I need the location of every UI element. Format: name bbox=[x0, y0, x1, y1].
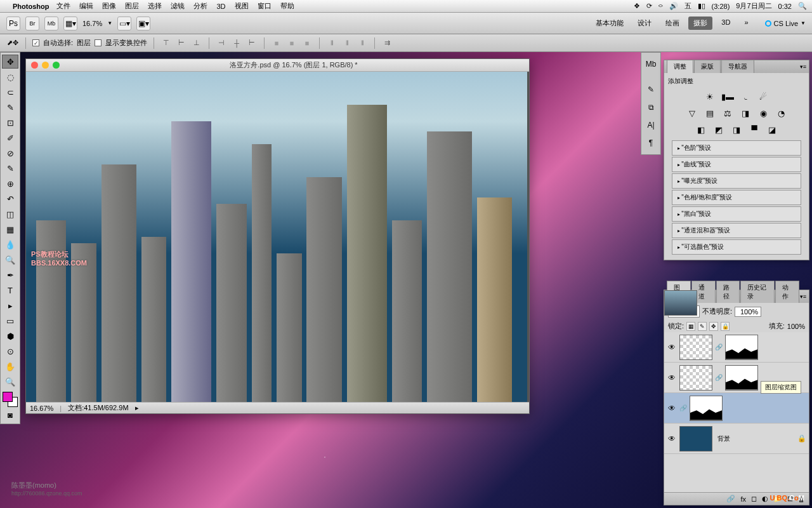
tab-history[interactable]: 历史记录 bbox=[740, 281, 775, 303]
auto-select-checkbox[interactable]: ✓ bbox=[32, 39, 39, 46]
threshold-icon[interactable]: ◨ bbox=[730, 124, 743, 135]
brush-tool[interactable]: ✎ bbox=[2, 161, 18, 175]
bridge-icon[interactable]: Br bbox=[25, 17, 39, 30]
preset-selectivecolor[interactable]: "可选颜色"预设 bbox=[672, 239, 801, 255]
workspace-more-icon[interactable]: » bbox=[739, 17, 753, 30]
eraser-tool[interactable]: ◫ bbox=[2, 207, 18, 221]
workspace-photography[interactable]: 摄影 bbox=[688, 17, 712, 30]
shape-tool[interactable]: ▭ bbox=[2, 314, 18, 328]
dock-paragraph-icon[interactable]: ¶ bbox=[644, 137, 658, 149]
vibrance-icon[interactable]: ▽ bbox=[686, 107, 698, 119]
path-select-tool[interactable]: ▸ bbox=[2, 298, 18, 312]
blur-tool[interactable]: 💧 bbox=[2, 237, 18, 251]
lock-pixels-icon[interactable]: ✎ bbox=[698, 322, 707, 331]
pen-tool[interactable]: ✒ bbox=[2, 268, 18, 282]
canvas-area[interactable]: PS教程论坛 BBS.16XX8.COM bbox=[26, 72, 529, 402]
layer-row[interactable]: 👁 🔗 bbox=[664, 332, 809, 363]
spotlight-alt-icon[interactable]: ❖ bbox=[634, 2, 640, 10]
cs-live[interactable]: CS Live ▼ bbox=[765, 20, 806, 27]
battery-icon[interactable]: ▮▯ bbox=[698, 2, 705, 10]
distribute-vcenter-icon[interactable]: ≡ bbox=[286, 38, 298, 48]
dock-brush-icon[interactable]: ✎ bbox=[644, 83, 658, 96]
visibility-icon[interactable]: 👁 bbox=[667, 343, 677, 352]
menu-help[interactable]: 帮助 bbox=[280, 1, 294, 11]
channel-mixer-icon[interactable]: ◔ bbox=[775, 107, 787, 119]
workspace-3d[interactable]: 3D bbox=[716, 17, 735, 30]
wifi-icon[interactable]: ⌔ bbox=[658, 3, 663, 10]
marquee-tool[interactable]: ◌ bbox=[2, 70, 18, 84]
spotlight-icon[interactable]: 🔍 bbox=[798, 2, 807, 10]
menu-select[interactable]: 选择 bbox=[148, 1, 162, 11]
menu-layer[interactable]: 图层 bbox=[125, 1, 139, 11]
workspace-painting[interactable]: 绘画 bbox=[660, 17, 684, 30]
menubar-date[interactable]: 9月7日周二 bbox=[736, 1, 771, 11]
quick-mask-tool[interactable]: ◙ bbox=[2, 408, 18, 422]
tab-paths[interactable]: 路径 bbox=[716, 281, 740, 303]
3d-camera-tool[interactable]: ⊙ bbox=[2, 344, 18, 358]
view-extras-icon[interactable]: ▦▾ bbox=[63, 17, 77, 30]
levels-icon[interactable]: ▮▬ bbox=[721, 91, 734, 102]
sync-icon[interactable]: ⟳ bbox=[646, 2, 652, 10]
layers-menu-icon[interactable]: ▾≡ bbox=[800, 293, 806, 300]
ps-logo-icon[interactable]: Ps bbox=[6, 17, 20, 30]
color-swatch[interactable] bbox=[3, 392, 18, 407]
gradient-tool[interactable]: ▦ bbox=[2, 222, 18, 236]
photo-filter-icon[interactable]: ◉ bbox=[757, 107, 769, 119]
auto-align-icon[interactable]: ⇉ bbox=[381, 38, 393, 48]
align-hcenter-icon[interactable]: ┼ bbox=[231, 38, 242, 48]
visibility-icon[interactable]: 👁 bbox=[667, 434, 677, 443]
link-layers-icon[interactable]: 🔗 bbox=[726, 495, 735, 503]
menu-window[interactable]: 窗口 bbox=[258, 1, 272, 11]
auto-select-dropdown[interactable]: 图层 bbox=[77, 38, 91, 48]
menu-file[interactable]: 文件 bbox=[56, 1, 70, 11]
curves-icon[interactable]: ⦦ bbox=[739, 91, 752, 102]
preset-exposure[interactable]: "曝光度"预设 bbox=[672, 173, 801, 189]
tab-navigator[interactable]: 导航器 bbox=[721, 60, 754, 73]
quick-select-tool[interactable]: ✎ bbox=[2, 100, 18, 114]
visibility-icon[interactable]: 👁 bbox=[667, 404, 677, 413]
align-bottom-icon[interactable]: ⊥ bbox=[191, 38, 202, 48]
dock-minibridge-icon[interactable]: Mb bbox=[644, 58, 658, 70]
mask-thumbnail[interactable] bbox=[690, 396, 723, 421]
dock-clone-icon[interactable]: ⧉ bbox=[644, 101, 658, 114]
align-left-icon[interactable]: ⊣ bbox=[216, 38, 227, 48]
zoom-window-icon[interactable] bbox=[53, 62, 60, 69]
align-top-icon[interactable]: ⊤ bbox=[160, 38, 172, 48]
layer-row[interactable]: 👁 🔗 bbox=[664, 393, 809, 424]
workspace-essentials[interactable]: 基本功能 bbox=[591, 17, 629, 30]
layer-style-icon[interactable]: fx bbox=[740, 495, 746, 503]
preset-channelmixer[interactable]: "通道混和器"预设 bbox=[672, 223, 801, 238]
mask-thumbnail[interactable] bbox=[725, 365, 758, 391]
preset-levels[interactable]: "色阶"预设 bbox=[672, 140, 801, 156]
app-name[interactable]: Photoshop bbox=[13, 3, 49, 10]
3d-tool[interactable]: ⬢ bbox=[2, 329, 18, 343]
distribute-left-icon[interactable]: ⦀ bbox=[326, 38, 337, 48]
crop-tool[interactable]: ⊡ bbox=[2, 116, 18, 130]
preset-bw[interactable]: "黑白"预设 bbox=[672, 206, 801, 222]
menubar-time[interactable]: 0:32 bbox=[778, 3, 792, 10]
posterize-icon[interactable]: ◩ bbox=[712, 124, 725, 135]
layer-thumbnail[interactable] bbox=[679, 365, 712, 391]
stamp-tool[interactable]: ⊕ bbox=[2, 177, 18, 190]
menu-analysis[interactable]: 分析 bbox=[193, 1, 207, 11]
layer-name[interactable]: 背景 bbox=[717, 434, 730, 443]
dodge-tool[interactable]: 🔍 bbox=[2, 253, 18, 267]
arrange-icon[interactable]: ▭▾ bbox=[117, 17, 131, 30]
align-vcenter-icon[interactable]: ⊢ bbox=[176, 38, 187, 48]
lock-transparency-icon[interactable]: ▦ bbox=[686, 322, 695, 331]
canvas[interactable]: PS教程论坛 BBS.16XX8.COM bbox=[26, 72, 527, 402]
status-chevron-icon[interactable]: ▸ bbox=[135, 404, 139, 412]
volume-icon[interactable]: 🔊 bbox=[669, 2, 678, 10]
lasso-tool[interactable]: ⊂ bbox=[2, 85, 18, 99]
move-tool[interactable]: ✥ bbox=[2, 55, 18, 69]
distribute-right-icon[interactable]: ⦀ bbox=[357, 38, 368, 48]
lock-all-icon[interactable]: 🔒 bbox=[721, 322, 730, 331]
opacity-input[interactable]: 100% bbox=[735, 307, 761, 317]
lock-position-icon[interactable]: ✥ bbox=[709, 322, 718, 331]
mask-thumbnail[interactable] bbox=[725, 335, 758, 360]
distribute-top-icon[interactable]: ≡ bbox=[271, 38, 282, 48]
type-tool[interactable]: T bbox=[2, 283, 18, 297]
bw-icon[interactable]: ◨ bbox=[739, 107, 752, 119]
menu-image[interactable]: 图像 bbox=[102, 1, 116, 11]
menu-edit[interactable]: 编辑 bbox=[79, 1, 93, 11]
